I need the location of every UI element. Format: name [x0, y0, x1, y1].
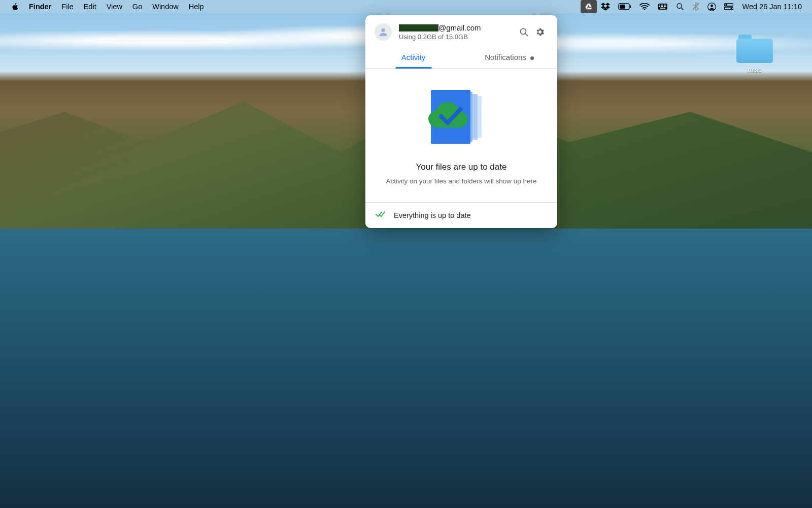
tab-notifications[interactable]: Notifications [461, 47, 557, 68]
apple-logo-icon [11, 3, 19, 11]
menu-view[interactable]: View [101, 0, 127, 13]
drive-search-button[interactable] [516, 24, 532, 40]
sync-complete-icon [376, 211, 386, 220]
svg-rect-1 [620, 5, 625, 9]
svg-point-20 [710, 4, 713, 7]
wifi-icon [639, 3, 650, 10]
keyboard-input-icon [658, 3, 668, 10]
status-wifi[interactable] [635, 0, 654, 13]
svg-rect-11 [661, 6, 662, 7]
status-battery[interactable] [614, 0, 635, 13]
svg-rect-10 [659, 6, 660, 7]
popover-body: Your files are up to date Activity on yo… [365, 69, 557, 202]
svg-rect-5 [659, 5, 660, 6]
popover-tabs: Activity Notifications [365, 47, 557, 69]
popover-footer: Everything is up to date [365, 202, 557, 228]
gear-icon [535, 27, 545, 37]
folder-stack-icon [428, 90, 482, 144]
status-user[interactable] [703, 0, 720, 13]
svg-rect-6 [661, 5, 662, 6]
menu-help[interactable]: Help [184, 0, 209, 13]
desktop-folder-label: misc [733, 66, 776, 74]
svg-rect-14 [665, 6, 666, 7]
email-suffix: @gmail.com [438, 23, 481, 32]
uptodate-illustration [416, 84, 507, 150]
avatar-placeholder-icon [378, 26, 389, 38]
uptodate-title: Your files are up to date [378, 162, 545, 172]
uptodate-subtitle: Activity on your files and folders will … [378, 177, 545, 185]
svg-rect-7 [662, 5, 663, 6]
app-name-menu[interactable]: Finder [24, 0, 56, 13]
svg-line-17 [681, 8, 683, 10]
status-keyboard[interactable] [654, 0, 672, 13]
search-icon [676, 3, 684, 11]
dropbox-icon [601, 3, 610, 11]
status-bluetooth-off[interactable] [688, 0, 703, 13]
notifications-unread-dot [530, 56, 534, 60]
google-drive-icon [585, 3, 593, 11]
status-google-drive[interactable] [581, 0, 597, 13]
svg-rect-2 [630, 6, 631, 8]
email-redacted-part [399, 24, 438, 31]
account-avatar[interactable] [375, 23, 392, 41]
menu-window[interactable]: Window [147, 0, 184, 13]
menu-edit[interactable]: Edit [79, 0, 101, 13]
status-dropbox[interactable] [597, 0, 614, 13]
apple-menu[interactable] [6, 0, 24, 13]
popover-header: @gmail.com Using 0.2GB of 15.0GB [365, 15, 557, 47]
desktop-folder-misc[interactable]: misc [733, 35, 776, 74]
status-control-center[interactable] [720, 0, 737, 13]
bluetooth-off-icon [692, 2, 699, 11]
svg-rect-12 [662, 6, 663, 7]
menu-clock[interactable]: Wed 26 Jan 11:10 [737, 0, 806, 13]
svg-line-27 [525, 33, 527, 36]
google-drive-popover: @gmail.com Using 0.2GB of 15.0GB Activit… [365, 15, 557, 228]
menu-go[interactable]: Go [127, 0, 147, 13]
tab-notifications-label: Notifications [485, 53, 526, 61]
user-icon [707, 3, 716, 11]
drive-settings-button[interactable] [532, 24, 548, 40]
status-spotlight[interactable] [672, 0, 688, 13]
svg-rect-13 [664, 6, 665, 7]
menu-bar: Finder File Edit View Go Window Help [0, 0, 812, 13]
search-icon [519, 27, 529, 37]
svg-rect-8 [664, 5, 665, 6]
svg-point-3 [644, 9, 645, 10]
svg-point-25 [381, 28, 385, 32]
folder-icon [736, 35, 773, 63]
storage-usage: Using 0.2GB of 15.0GB [399, 33, 516, 41]
control-center-icon [724, 3, 733, 10]
menu-file[interactable]: File [56, 0, 78, 13]
sync-status-text: Everything is up to date [394, 211, 471, 219]
tab-activity[interactable]: Activity [365, 47, 461, 68]
svg-rect-15 [660, 8, 665, 9]
svg-point-24 [730, 8, 732, 9]
battery-icon [618, 3, 631, 10]
svg-point-22 [725, 4, 727, 6]
wallpaper-sea [0, 229, 812, 508]
account-email: @gmail.com [399, 23, 516, 32]
svg-rect-9 [665, 5, 666, 6]
